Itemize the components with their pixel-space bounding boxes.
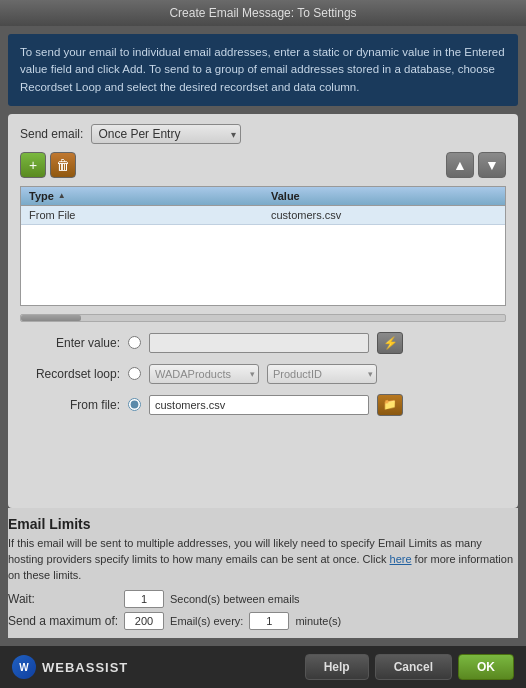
horizontal-scrollbar[interactable] <box>20 314 506 322</box>
move-down-button[interactable]: ▼ <box>478 152 506 178</box>
enter-value-radio[interactable] <box>128 336 141 349</box>
toolbar-left: + 🗑 <box>20 152 76 178</box>
value-column-label: Value <box>271 190 300 202</box>
from-file-radio[interactable] <box>128 398 141 411</box>
from-file-input[interactable] <box>149 395 369 415</box>
email-limits-section: Email Limits If this email will be sent … <box>8 508 518 638</box>
sort-arrow-icon: ▲ <box>58 191 66 200</box>
settings-panel: Send email: Once Per Entry + 🗑 ▲ <box>8 114 518 508</box>
max-row: Send a maximum of: Email(s) every: minut… <box>8 612 518 630</box>
max-input[interactable] <box>124 612 164 630</box>
wait-input[interactable] <box>124 590 164 608</box>
recordset-select[interactable]: WADAProducts <box>149 364 259 384</box>
cancel-button[interactable]: Cancel <box>375 654 452 680</box>
folder-button[interactable]: 📁 <box>377 394 403 416</box>
up-icon: ▲ <box>453 157 467 173</box>
add-icon: + <box>29 157 37 173</box>
recordset-loop-label: Recordset loop: <box>20 367 120 381</box>
enter-value-label: Enter value: <box>20 336 120 350</box>
webassist-logo-icon: W <box>12 655 36 679</box>
footer-buttons: Help Cancel OK <box>305 654 514 680</box>
column-select-wrapper[interactable]: ProductID <box>267 364 377 384</box>
from-file-row: From file: 📁 <box>20 392 506 418</box>
lightning-icon: ⚡ <box>383 336 398 350</box>
title-bar: Create Email Message: To Settings <box>0 0 526 26</box>
recordset-loop-row: Recordset loop: WADAProducts ProductID <box>20 362 506 386</box>
send-email-row: Send email: Once Per Entry <box>20 124 506 144</box>
table-header: Type ▲ Value <box>21 187 505 206</box>
enter-value-row: Enter value: ⚡ <box>20 330 506 356</box>
add-button[interactable]: + <box>20 152 46 178</box>
limits-here-link[interactable]: here <box>390 553 412 565</box>
logo-area: W WEBASSIST <box>12 655 128 679</box>
recordset-loop-radio[interactable] <box>128 367 141 380</box>
table-row[interactable]: From File customers.csv <box>21 206 505 225</box>
info-box: To send your email to individual email a… <box>8 34 518 106</box>
logo-letter: W <box>19 662 28 673</box>
ok-button[interactable]: OK <box>458 654 514 680</box>
column-select[interactable]: ProductID <box>267 364 377 384</box>
main-content: To send your email to individual email a… <box>0 26 526 646</box>
toolbar-right: ▲ ▼ <box>446 152 506 178</box>
delete-button[interactable]: 🗑 <box>50 152 76 178</box>
scroll-thumb <box>21 315 81 321</box>
email-limits-title: Email Limits <box>8 516 518 532</box>
data-table: Type ▲ Value From File customers.csv <box>20 186 506 306</box>
send-email-select-wrapper[interactable]: Once Per Entry <box>91 124 241 144</box>
delete-icon: 🗑 <box>56 157 70 173</box>
down-icon: ▼ <box>485 157 499 173</box>
wait-row: Wait: Second(s) between emails <box>8 590 518 608</box>
lightning-button[interactable]: ⚡ <box>377 332 403 354</box>
max-label: Send a maximum of: <box>8 614 118 628</box>
send-email-select[interactable]: Once Per Entry <box>91 124 241 144</box>
max-unit: Email(s) every: <box>170 615 243 627</box>
row-value-cell: customers.csv <box>263 206 505 224</box>
wait-label: Wait: <box>8 592 118 606</box>
info-text: To send your email to individual email a… <box>20 46 505 93</box>
type-column-label: Type <box>29 190 54 202</box>
toolbar-row: + 🗑 ▲ ▼ <box>20 152 506 178</box>
webassist-logo-text: WEBASSIST <box>42 660 128 675</box>
interval-input[interactable] <box>249 612 289 630</box>
window-title: Create Email Message: To Settings <box>169 6 356 20</box>
move-up-button[interactable]: ▲ <box>446 152 474 178</box>
email-limits-description: If this email will be sent to multiple a… <box>8 536 518 584</box>
folder-icon: 📁 <box>383 398 397 411</box>
footer: W WEBASSIST Help Cancel OK <box>0 646 526 688</box>
send-email-label: Send email: <box>20 127 83 141</box>
interval-unit: minute(s) <box>295 615 341 627</box>
column-type-header: Type ▲ <box>21 187 263 205</box>
help-button[interactable]: Help <box>305 654 369 680</box>
enter-value-input[interactable] <box>149 333 369 353</box>
recordset-select-wrapper[interactable]: WADAProducts <box>149 364 259 384</box>
column-value-header: Value <box>263 187 505 205</box>
row-type-cell: From File <box>21 206 263 224</box>
from-file-label: From file: <box>20 398 120 412</box>
wait-unit: Second(s) between emails <box>170 593 300 605</box>
